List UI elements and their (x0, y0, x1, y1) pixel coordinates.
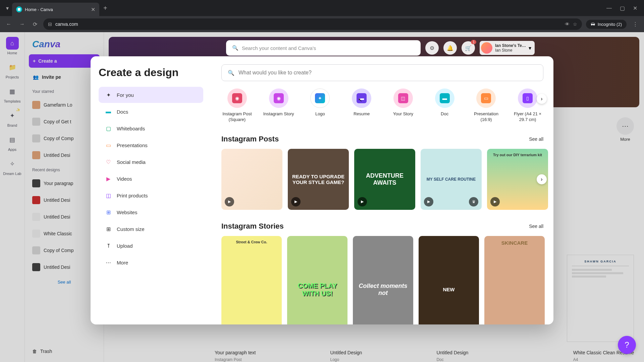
category-for-you[interactable]: ✦For you (99, 87, 203, 103)
modal-search-input[interactable]: 🔍 (221, 64, 543, 81)
browser-menu-icon[interactable]: ⋮ (631, 19, 640, 29)
search-placeholder: Search your content and Canva's (242, 45, 316, 51)
modal-category-sidebar: Create a design ✦For you ▬Docs ▢Whiteboa… (91, 56, 211, 324)
scroll-right-button[interactable]: › (537, 174, 547, 184)
category-docs[interactable]: ▬Docs (99, 104, 203, 120)
upload-icon: ⤒ (105, 242, 112, 249)
category-more[interactable]: ⋯More (99, 254, 203, 270)
template-thumb[interactable]: Street & Crew Co. (221, 236, 282, 324)
type-circle: ▭ (476, 88, 496, 108)
scroll-right-button[interactable]: › (537, 94, 547, 104)
stories-section-header: Instagram Stories See all (221, 222, 543, 231)
canva-favicon (16, 6, 22, 12)
type-circle: ◫ (393, 88, 413, 108)
close-tab-icon[interactable]: ✕ (91, 6, 95, 13)
type-circle: ▯ (518, 88, 537, 108)
type-presentation[interactable]: ▭Presentation (16:9) (471, 88, 502, 123)
see-all-stories[interactable]: See all (529, 224, 543, 229)
template-thumb[interactable]: Collect moments not (353, 236, 413, 324)
new-tab-button[interactable]: + (99, 4, 111, 12)
type-instagram-story[interactable]: ◉Instagram Story (263, 88, 294, 123)
flyer-icon: ▯ (523, 93, 533, 103)
type-circle: ◉ (227, 88, 247, 108)
type-doc[interactable]: ▬Doc (429, 88, 461, 123)
play-icon: ▶ (291, 197, 301, 206)
see-all-posts[interactable]: See all (529, 136, 543, 142)
posts-section-header: Instagram Posts See all (221, 135, 543, 143)
instagram-stories-row: Street & Crew Co. COME PLAY WITH US! Col… (221, 236, 543, 324)
template-thumb[interactable]: NEW (419, 236, 479, 324)
type-instagram-post[interactable]: ◉Instagram Post (Square) (221, 88, 253, 123)
type-your-story[interactable]: ◫Your Story (387, 88, 419, 123)
category-websites[interactable]: ⊞Websites (99, 204, 203, 220)
active-tab[interactable]: Home - Canva ✕ (12, 3, 99, 16)
chevron-right-icon: › (541, 176, 542, 182)
tab-search-dropdown[interactable]: ▾ (3, 3, 12, 13)
instagram-story-icon: ◉ (274, 93, 284, 103)
type-flyer[interactable]: ▯Flyer (A4 21 × 29.7 cm) (512, 88, 543, 123)
type-circle: ✦ (310, 88, 330, 108)
category-custom-size[interactable]: ⊞Custom size (99, 221, 203, 237)
category-whiteboards[interactable]: ▢Whiteboards (99, 120, 203, 136)
template-thumb[interactable]: READY TO UPGRADE YOUR STYLE GAME?▶ (288, 149, 349, 210)
custom-size-icon: ⊞ (105, 225, 112, 233)
reload-button[interactable]: ⟳ (31, 19, 39, 29)
play-icon: ▶ (490, 197, 500, 206)
presentation-icon: ▭ (481, 93, 491, 103)
search-icon: 🔍 (232, 45, 238, 51)
social-icon: ♡ (105, 158, 112, 166)
maximize-icon[interactable]: ▢ (620, 5, 625, 11)
url-text: canva.com (55, 21, 78, 27)
your-story-icon: ◫ (398, 93, 408, 103)
bell-icon: 🔔 (447, 45, 453, 51)
section-title: Instagram Stories (221, 222, 284, 231)
tab-title: Home - Canva (25, 7, 53, 12)
template-thumb[interactable]: SKINCARE (484, 236, 545, 324)
incognito-icon: 🕶 (591, 22, 595, 27)
type-logo[interactable]: ✦Logo (305, 88, 336, 123)
play-icon: ▶ (424, 197, 433, 206)
modal-main-panel: 🔍 ◉Instagram Post (Square) ◉Instagram St… (211, 56, 553, 324)
question-icon: ? (625, 340, 629, 350)
account-menu[interactable]: Ian Stone's Te… Ian Stone ▾ (480, 41, 535, 55)
more-icon: ⋯ (105, 259, 112, 266)
type-resume[interactable]: ▬Resume (346, 88, 377, 123)
category-presentations[interactable]: ▭Presentations (99, 137, 203, 153)
close-window-icon[interactable]: ✕ (633, 5, 637, 11)
modal-backdrop[interactable]: ✕ Create a design ✦For you ▬Docs ▢Whiteb… (0, 32, 644, 362)
template-thumb[interactable]: MY SELF CARE ROUTINE▶♛ (421, 149, 482, 210)
chevron-right-icon: › (541, 96, 542, 102)
help-button[interactable]: ? (618, 336, 636, 354)
global-search[interactable]: 🔍 Search your content and Canva's (226, 40, 421, 56)
notifications-button[interactable]: 🔔 (443, 41, 457, 55)
incognito-indicator[interactable]: 🕶 Incognito (2) (586, 20, 627, 29)
category-social-media[interactable]: ♡Social media (99, 154, 203, 170)
template-thumb[interactable]: ADVENTURE AWAITS▶ (354, 149, 415, 210)
doc-icon: ▬ (105, 108, 112, 115)
site-info-icon[interactable]: ⊟ (48, 21, 52, 27)
settings-button[interactable]: ⚙ (425, 41, 439, 55)
design-type-row: ◉Instagram Post (Square) ◉Instagram Stor… (221, 88, 543, 123)
type-circle: ◉ (269, 88, 288, 108)
incognito-label: Incognito (2) (598, 22, 622, 27)
address-bar[interactable]: ⊟ canva.com 👁 ☆ (43, 18, 582, 30)
minimize-icon[interactable]: — (606, 5, 612, 11)
back-button[interactable]: ← (4, 19, 13, 29)
template-thumb[interactable]: COME PLAY WITH US! (287, 236, 347, 324)
bookmark-star-icon[interactable]: ☆ (573, 21, 577, 27)
website-icon: ⊞ (105, 208, 112, 216)
category-videos[interactable]: ▶Videos (99, 171, 203, 187)
category-print[interactable]: ◫Print products (99, 187, 203, 203)
crown-icon: ♛ (469, 197, 478, 206)
forward-button[interactable]: → (17, 19, 27, 29)
page-content: ⌂ Home 📁 Projects ▦ Templates ✦ Brand ▤ … (0, 32, 644, 362)
eye-off-icon[interactable]: 👁 (565, 21, 570, 27)
doc-icon: ▬ (440, 93, 450, 103)
search-icon: 🔍 (228, 70, 234, 76)
category-upload[interactable]: ⤒Upload (99, 238, 203, 254)
template-thumb[interactable]: ▶ (221, 149, 282, 210)
type-circle: ▬ (435, 88, 454, 108)
modal-search-field[interactable] (238, 70, 537, 76)
cart-button[interactable]: 🛒 (462, 41, 475, 55)
video-icon: ▶ (105, 175, 112, 182)
